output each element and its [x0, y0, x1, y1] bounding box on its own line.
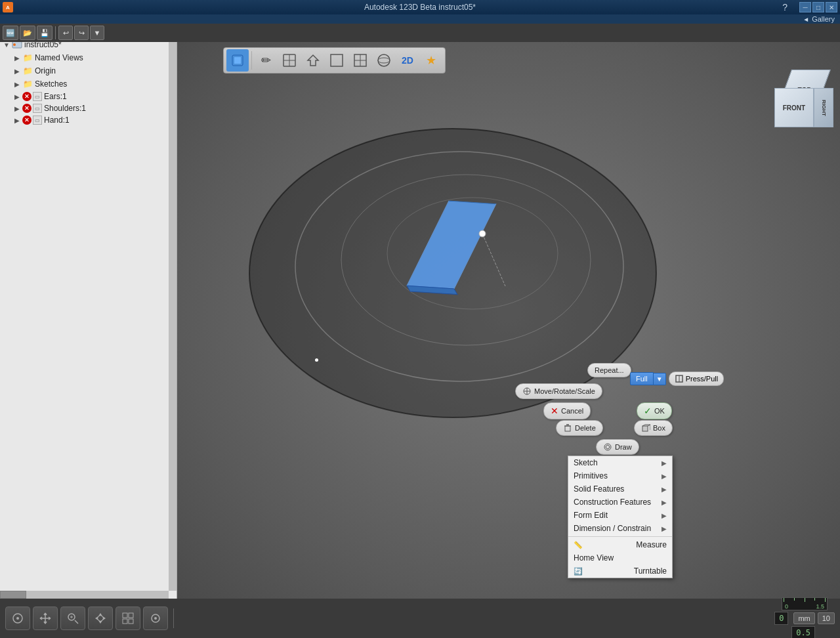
ctx-dimension[interactable]: Dimension / Constrain ▶	[568, 522, 672, 535]
toolbar-home3d[interactable]	[302, 49, 324, 72]
tree-arrow-sketches[interactable]: ▶	[13, 80, 21, 88]
full-dropdown-button[interactable]: ▼	[654, 373, 666, 385]
svg-rect-32	[642, 426, 648, 431]
repeat-button[interactable]: Repeat...	[587, 363, 631, 377]
tree-arrow-named-views[interactable]: ▶	[13, 54, 21, 62]
tree-item-named-views[interactable]: ▶ 📁 Named Views	[10, 51, 177, 64]
cube-navigator[interactable]: TOP FRONT RIGHT	[774, 70, 833, 129]
window-controls: ─ □ ✕	[799, 2, 837, 12]
tree-children: ▶ 📁 Named Views ▶ 📁 Origin ▶ 📁 Sketches …	[0, 51, 177, 126]
tree-arrow-hand[interactable]: ▶	[13, 116, 21, 124]
toolbar-save[interactable]: 💾	[37, 26, 52, 40]
press-pull-button[interactable]: Press/Pull	[669, 372, 724, 386]
status-move3d-btn[interactable]	[88, 606, 113, 630]
browser-hscrollbar[interactable]	[0, 591, 169, 599]
look-icon	[149, 612, 162, 625]
repeat-label: Repeat...	[595, 366, 624, 374]
toolbar-split[interactable]	[349, 49, 371, 72]
tree-item-shoulders[interactable]: ▶ ✕ ▭ Shoulders:1	[10, 102, 177, 114]
ruler-display-area: 0 1.5 0 mm 10 0.5	[774, 597, 835, 638]
toolbar-redo[interactable]: ↪	[74, 26, 89, 40]
help-button[interactable]: ?	[782, 2, 788, 12]
toolbar-flat[interactable]: 2D	[396, 49, 419, 72]
ctx-measure[interactable]: 📏 Measure	[568, 538, 672, 551]
close-button[interactable]: ✕	[826, 2, 837, 12]
ctx-construction-label: Construction Features	[574, 498, 651, 507]
viewport-dot	[315, 358, 318, 362]
status-look-btn[interactable]	[143, 606, 168, 630]
draw-icon	[603, 442, 612, 452]
folder-icon-origin: 📁	[22, 66, 33, 76]
ok-button[interactable]: ✓ OK	[637, 402, 672, 419]
toolbar-undo[interactable]: ↩	[58, 26, 73, 40]
statusbar: 0 1.5 0 mm 10 0.5	[0, 599, 840, 638]
toolbar-star[interactable]: ★	[420, 49, 442, 72]
toolbar-back[interactable]	[326, 49, 348, 72]
ctx-primitives[interactable]: Primitives ▶	[568, 469, 672, 482]
tree-item-origin[interactable]: ▶ 📁 Origin	[10, 64, 177, 77]
toolbar-front-view[interactable]	[278, 49, 301, 72]
ctx-solid-features-arrow: ▶	[662, 486, 667, 493]
tree-label-shoulders: Shoulders:1	[44, 104, 86, 113]
tree-arrow-shoulders[interactable]: ▶	[13, 104, 21, 112]
restore-button[interactable]: □	[812, 2, 824, 12]
grid-number[interactable]: 10	[818, 612, 835, 624]
svg-point-13	[13, 43, 16, 46]
ctx-form-edit[interactable]: Form Edit ▶	[568, 509, 672, 522]
ctx-measure-label: Measure	[636, 540, 667, 549]
cube-right-face[interactable]: RIGHT	[814, 88, 833, 127]
ctx-solid-features-label: Solid Features	[574, 484, 624, 494]
pan-icon	[39, 612, 52, 625]
ruler-tick	[794, 598, 795, 601]
toolbar-3d-view[interactable]	[226, 49, 249, 72]
toolbar-more[interactable]: ▼	[90, 26, 104, 40]
ctx-construction-features[interactable]: Construction Features ▶	[568, 496, 672, 509]
move-rotate-scale-button[interactable]: Move/Rotate/Scale	[515, 383, 602, 399]
ctx-sketch-label: Sketch	[574, 458, 598, 467]
tree-item-hand[interactable]: ▶ ✕ ▭ Hand:1	[10, 114, 177, 126]
cube-front-face[interactable]: FRONT	[774, 88, 814, 127]
error-icon-ears: ✕	[22, 92, 32, 101]
delete-button[interactable]: Delete	[556, 420, 603, 436]
app-title: Autodesk 123D Beta instruct05*	[364, 3, 476, 12]
unit-button[interactable]: mm	[793, 612, 814, 624]
press-pull-icon	[675, 374, 684, 383]
tree-item-sketches[interactable]: ▶ 📁 Sketches	[10, 77, 177, 91]
status-orbit-btn[interactable]	[5, 606, 30, 630]
ctx-separator	[568, 536, 672, 537]
ctx-solid-features[interactable]: Solid Features ▶	[568, 482, 672, 496]
tree-arrow-ears[interactable]: ▶	[13, 93, 21, 100]
folder-icon-named-views: 📁	[22, 53, 33, 63]
svg-rect-50	[123, 619, 127, 624]
ctx-turntable[interactable]: 🔄 Turntable	[568, 564, 672, 578]
zoom-icon	[66, 612, 79, 625]
box-button[interactable]: Box	[634, 420, 673, 436]
browser-vscrollbar[interactable]	[169, 38, 177, 591]
tree-item-ears[interactable]: ▶ ✕ ▭ Ears:1	[10, 91, 177, 102]
cancel-label: Cancel	[561, 407, 583, 415]
viewport[interactable]: TOP FRONT RIGHT Repeat... Full ▼ Press/P…	[177, 24, 840, 599]
ctx-sketch[interactable]: Sketch ▶	[568, 456, 672, 469]
app-logo: A	[3, 2, 13, 12]
folder-icon-sketches: 📁	[22, 79, 33, 89]
gallery-label[interactable]: Gallery	[812, 15, 835, 23]
box-label: Box	[653, 424, 665, 432]
toolbar-sketch[interactable]: ✏	[255, 49, 277, 72]
browser-hscrollbar-handle[interactable]	[0, 591, 26, 599]
toolbar-orbit[interactable]	[373, 49, 395, 72]
toolbar-open[interactable]: 📂	[20, 26, 35, 40]
ctx-home-view[interactable]: Home View	[568, 551, 672, 564]
toolbar-new[interactable]: 🆕	[3, 26, 18, 40]
tree-label-named-views: Named Views	[35, 53, 83, 62]
minimize-button[interactable]: ─	[799, 2, 811, 12]
full-button[interactable]: Full	[630, 372, 654, 385]
ruler-value-row2: 0.5	[791, 626, 818, 638]
cancel-button[interactable]: ✕ Cancel	[543, 402, 591, 419]
draw-button[interactable]: Draw	[596, 439, 639, 455]
tree-arrow-origin[interactable]: ▶	[13, 67, 21, 75]
status-nav-btn[interactable]	[116, 606, 140, 630]
status-zoom-btn[interactable]	[60, 606, 85, 630]
nav-icon	[121, 612, 135, 625]
status-pan-btn[interactable]	[33, 606, 58, 630]
tree-label-sketches: Sketches	[35, 79, 67, 89]
